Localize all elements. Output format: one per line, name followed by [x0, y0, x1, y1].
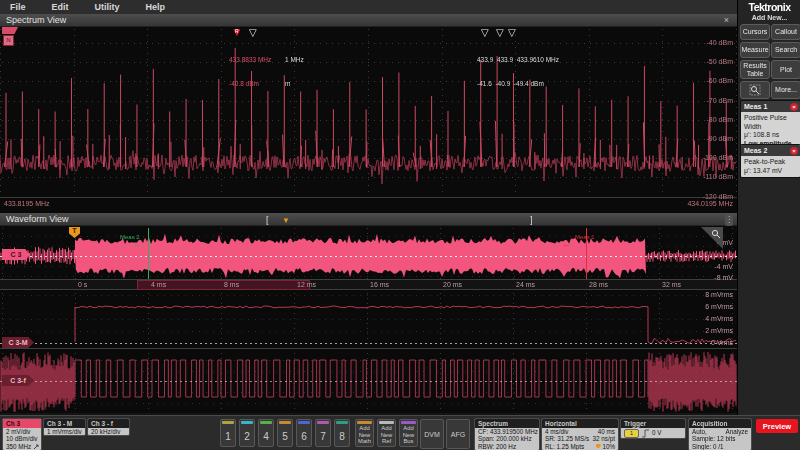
horizontal-sample-rate: SR: 31.25 MS/s — [545, 435, 589, 442]
results-table-label-2: Table — [747, 70, 764, 78]
channel-badge-ch3[interactable]: C 3 — [2, 249, 30, 260]
channel-button-5[interactable]: 5 — [277, 419, 293, 447]
peak-marker-icon-2[interactable]: ▽ — [496, 28, 504, 38]
more-button[interactable]: More... — [771, 81, 800, 99]
voltage-axis-label: -8 mV — [714, 274, 733, 281]
probe-icon — [33, 444, 39, 450]
channel-buttons: 1245678 — [220, 419, 353, 447]
spectrum-view-titlebar[interactable]: Spectrum View × — [0, 14, 737, 27]
results-table-button[interactable]: Results Table — [740, 60, 770, 79]
acquisition-badge-title: Acquisition — [689, 419, 751, 428]
voltage-axis-label: -4 mV — [714, 263, 733, 270]
dbm-axis-label: -60 dBm — [707, 77, 733, 84]
spectrum-plot-area: N ▼ R ▽ 433.8833 MHz -40.8 dBm 1 MHz m ▽… — [0, 27, 737, 213]
menu-file[interactable]: File — [10, 2, 26, 12]
meas2-arrow-icon: → — [132, 240, 141, 249]
meas2-close-icon[interactable]: × — [790, 147, 798, 155]
ch3-badge[interactable]: Ch 3 2 mV/div 10 dBm/div 350 MHz — [2, 418, 42, 450]
trigger-level: 0 V — [652, 429, 661, 436]
plot-button[interactable]: Plot — [771, 60, 800, 79]
peak-marker-icon-1[interactable]: ▽ — [481, 28, 489, 38]
add-new-math-button[interactable]: AddNewMath — [355, 419, 374, 447]
meas1-value: μ': 108.8 ns — [744, 131, 797, 140]
channel-badge-ch3-m[interactable]: C 3-M — [2, 337, 34, 348]
freq-stop-label: 434.0195 MHz — [687, 200, 733, 207]
time-axis-label: 16 ms — [370, 281, 389, 288]
bottom-toolbar: Ch 3 2 mV/div 10 dBm/div 350 MHz Ch 3 - … — [0, 415, 800, 450]
horizontal-record-length: RL: 1.25 Mpts — [545, 443, 584, 450]
preview-button[interactable]: Preview — [756, 419, 798, 433]
peak-marker-icon-3[interactable]: ▽ — [508, 28, 516, 38]
horizontal-window: 40 ms — [598, 428, 615, 435]
horizontal-badge[interactable]: Horizontal 4 ms/div 40 ms SR: 31.25 MS/s… — [541, 418, 619, 450]
search-button[interactable]: Search — [771, 42, 800, 58]
magnifier-icon — [749, 84, 761, 96]
channel-button-2[interactable]: 2 — [239, 419, 255, 447]
horizontal-resolution: 32 ns/pt — [593, 435, 615, 442]
add-button-color-stripe — [357, 421, 372, 424]
channel-button-8[interactable]: 8 — [334, 419, 350, 447]
delta-marker-icon[interactable]: ▽ — [249, 28, 257, 38]
meas2-title: Meas 2 — [744, 147, 767, 154]
dbm-axis-label: -90 dBm — [707, 135, 733, 142]
add-button-label-line: Math — [358, 438, 371, 444]
add-new-ref-button[interactable]: AddNewRef — [377, 419, 396, 447]
results-table-label-1: Results — [743, 62, 766, 70]
waveform-view-titlebar[interactable]: Waveform View [ ▼ ] ⋮ — [0, 213, 737, 226]
time-axis-label: 20 ms — [443, 281, 462, 288]
acquisition-badge[interactable]: Acquisition Auto, Analyze Sample: 12 bit… — [688, 418, 752, 450]
meas2-badge[interactable]: Meas 2 × Peak-to-Peak μ': 13.47 mV — [740, 144, 800, 178]
trigger-badge-title: Trigger — [621, 419, 685, 428]
time-axis-label: 28 ms — [589, 281, 608, 288]
brand-logo: Tektronix — [738, 1, 800, 13]
time-axis-label: 32 ms — [662, 281, 681, 288]
dvm-button[interactable]: DVM — [420, 419, 444, 449]
ch3-m-badge-title: Ch 3 - M — [44, 419, 85, 428]
spectrum-plot-canvas[interactable] — [0, 27, 737, 213]
channel-badge-ch3-f[interactable]: C 3-f — [2, 375, 34, 386]
ch3-f-badge-title: Ch 3 - f — [88, 419, 129, 428]
spectrum-span: Span: 200.000 kHz — [475, 435, 539, 442]
channel-button-label: 6 — [301, 431, 307, 442]
channel-button-label: 2 — [244, 431, 250, 442]
meas1-title: Meas 1 — [744, 103, 767, 110]
channel-button-label: 4 — [263, 431, 269, 442]
channel-button-6[interactable]: 6 — [296, 419, 312, 447]
menu-edit[interactable]: Edit — [52, 2, 69, 12]
waveform-plot-canvas[interactable] — [0, 226, 737, 413]
close-icon[interactable]: × — [724, 14, 729, 27]
ch3-m-badge[interactable]: Ch 3 - M 1 mVrms/div — [43, 418, 86, 436]
horizontal-position: 10% — [596, 443, 615, 450]
time-axis-label: 0 s — [78, 281, 87, 288]
rms-axis-label: 0 Vrms — [711, 339, 733, 346]
rising-edge-icon — [641, 429, 650, 438]
acquisition-mode: Auto, — [692, 428, 707, 435]
menu-help[interactable]: Help — [146, 2, 166, 12]
ch3-f-badge[interactable]: Ch 3 - f 20 kHz/div — [87, 418, 130, 436]
meas1-close-icon[interactable]: × — [790, 103, 798, 111]
meas1-annotation: Meas 1 — [575, 234, 595, 240]
rms-axis-label: 4 mVrms — [705, 315, 733, 322]
meas2-name: Peak-to-Peak — [744, 158, 797, 167]
meas1-arrow-icon: ← — [562, 240, 571, 249]
measure-button[interactable]: Measure — [740, 42, 770, 58]
channel-button-1[interactable]: 1 — [220, 419, 236, 447]
panel-grip-handle[interactable]: ⋮ — [725, 213, 733, 226]
add-new-bus-button[interactable]: AddNewBus — [399, 419, 418, 447]
menu-utility[interactable]: Utility — [95, 2, 120, 12]
afg-button[interactable]: AFG — [446, 419, 470, 449]
waveform-view-title: Waveform View — [6, 214, 69, 224]
time-axis-label: 8 ms — [224, 281, 239, 288]
horizontal-scale: 4 ms/div — [545, 428, 568, 435]
callout-button[interactable]: Callout — [771, 24, 800, 40]
zoom-tool-button[interactable] — [740, 81, 770, 99]
delta-marker-freq: 1 MHz — [285, 56, 304, 64]
spectrum-trace-badge[interactable]: N — [3, 35, 14, 46]
channel-button-4[interactable]: 4 — [258, 419, 274, 447]
cursors-button[interactable]: Cursors — [740, 24, 770, 40]
channel-button-7[interactable]: 7 — [315, 419, 331, 447]
trigger-source-chip: 1 — [624, 429, 639, 438]
spectrum-badge[interactable]: Spectrum CF: 433.919500 MHz Span: 200.00… — [474, 418, 540, 450]
trigger-badge[interactable]: Trigger 1 0 V — [620, 418, 686, 439]
acquisition-sample: Sample: 12 bits — [689, 435, 751, 442]
